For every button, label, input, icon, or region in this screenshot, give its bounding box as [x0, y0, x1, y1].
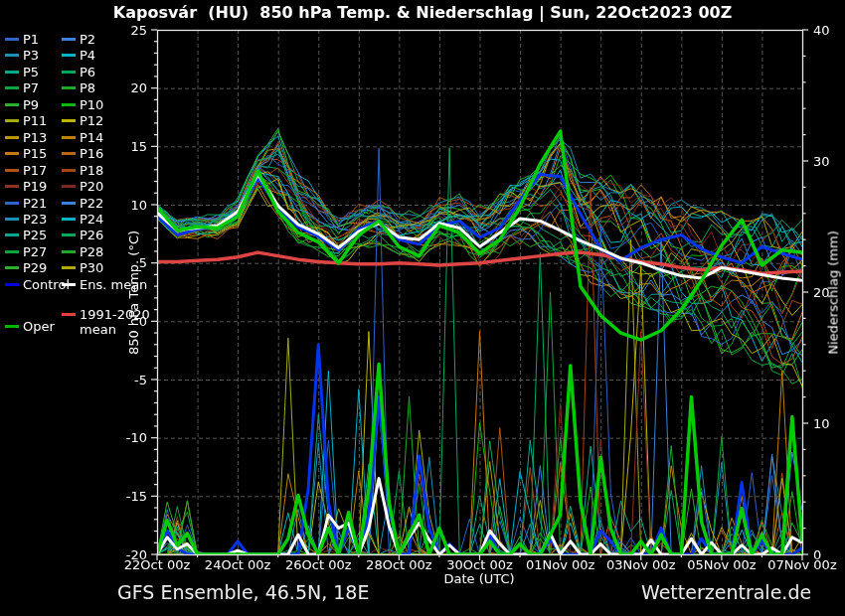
legend-swatch [5, 325, 19, 328]
y-axis-left-label: 850 hPa Temp. (°C) [126, 214, 141, 373]
legend-item-p12: P12 [62, 112, 103, 128]
legend-item-control: Control [5, 276, 70, 292]
legend-item-p26: P26 [62, 227, 103, 242]
legend-item-p27: P27 [5, 243, 47, 259]
legend-item-p29: P29 [5, 259, 47, 275]
legend-label: P12 [80, 113, 103, 128]
legend-swatch [5, 250, 19, 253]
legend-swatch [5, 169, 19, 172]
legend-label: P1 [23, 32, 39, 47]
legend-item-p23: P23 [5, 211, 47, 227]
legend-swatch [62, 136, 76, 139]
legend-swatch [5, 233, 19, 236]
legend-swatch [5, 86, 19, 89]
legend-item-p28: P28 [62, 243, 103, 259]
legend-label: P24 [80, 212, 103, 227]
legend-item-p3: P3 [5, 47, 39, 63]
legend-swatch [62, 152, 76, 155]
legend-swatch [5, 266, 19, 269]
legend-swatch [62, 103, 76, 106]
legend-item-p13: P13 [5, 129, 47, 145]
legend-label: P27 [23, 244, 47, 259]
legend-swatch [5, 38, 19, 41]
x-axis-label: Date (UTC) [405, 571, 554, 586]
legend-item-p30: P30 [62, 259, 103, 275]
legend-label: P25 [23, 228, 47, 242]
legend-label: Oper [23, 319, 55, 334]
legend-swatch [62, 185, 76, 188]
y-axis-right-label: Niederschlag (mm) [826, 214, 841, 373]
legend-label: P15 [23, 146, 47, 161]
legend-swatch [62, 233, 76, 236]
legend-swatch [62, 266, 76, 269]
legend-label: P14 [80, 130, 103, 145]
legend-item-p18: P18 [62, 162, 103, 178]
legend-item-p6: P6 [62, 64, 95, 79]
legend-item-p17: P17 [5, 162, 47, 178]
legend-label: P2 [80, 32, 95, 47]
legend-swatch [5, 54, 19, 57]
legend-swatch [62, 283, 76, 286]
legend-label: P4 [80, 48, 95, 63]
legend-swatch [5, 218, 19, 221]
legend-swatch [62, 54, 76, 57]
legend-label: P7 [23, 80, 39, 95]
legend-item-p19: P19 [5, 178, 47, 194]
footer-model-info: GFS Ensemble, 46.5N, 18E [117, 581, 369, 603]
legend-item-p2: P2 [62, 31, 95, 47]
legend-item-oper: Oper [5, 318, 55, 334]
legend-label: P5 [23, 65, 39, 79]
legend-label: P18 [80, 163, 103, 178]
legend-item-p7: P7 [5, 79, 39, 95]
legend-item-p8: P8 [62, 79, 95, 95]
meteogram-page: Kaposvár (HU) 850 hPa Temp. & Niederschl… [0, 0, 845, 616]
legend-label: P19 [23, 179, 47, 194]
legend-label: P9 [23, 97, 39, 112]
legend-swatch [5, 202, 19, 205]
legend-item-p9: P9 [5, 96, 39, 112]
legend-swatch [5, 103, 19, 106]
legend-item-p25: P25 [5, 227, 47, 242]
legend-swatch [5, 71, 19, 74]
legend-label: P26 [80, 228, 103, 242]
legend-item-p14: P14 [62, 129, 103, 145]
legend-item-p10: P10 [62, 96, 103, 112]
legend-label: P21 [23, 196, 47, 211]
legend-swatch [5, 185, 19, 188]
legend-item-p16: P16 [62, 145, 103, 161]
legend-swatch [62, 86, 76, 89]
legend-item-p20: P20 [62, 178, 103, 194]
legend-label: P29 [23, 260, 47, 275]
legend-swatch [62, 71, 76, 74]
legend-item-p21: P21 [5, 195, 47, 211]
legend-label: P13 [23, 130, 47, 145]
legend-item-p11: P11 [5, 112, 47, 128]
legend-swatch [62, 169, 76, 172]
legend-swatch [5, 283, 19, 286]
legend-label: P17 [23, 163, 47, 178]
legend-swatch [5, 136, 19, 139]
legend-label: P20 [80, 179, 103, 194]
legend-swatch [62, 313, 76, 316]
legend-swatch [62, 202, 76, 205]
legend-label: P22 [80, 196, 103, 211]
legend-swatch [5, 119, 19, 122]
legend-label: P8 [80, 80, 95, 95]
legend-item-p15: P15 [5, 145, 47, 161]
legend-label: P6 [80, 65, 95, 79]
legend-label: P23 [23, 212, 47, 227]
legend-swatch [62, 119, 76, 122]
legend-item-p4: P4 [62, 47, 95, 63]
legend-swatch [62, 250, 76, 253]
legend-label: P11 [23, 113, 47, 128]
legend-item-p22: P22 [62, 195, 103, 211]
legend-swatch [62, 218, 76, 221]
legend-label: P10 [80, 97, 103, 112]
legend-item-p5: P5 [5, 64, 39, 79]
legend-label: P16 [80, 146, 103, 161]
legend-label: P30 [80, 260, 103, 275]
legend-label: P28 [80, 244, 103, 259]
legend-swatch [62, 38, 76, 41]
legend-item-p24: P24 [62, 211, 103, 227]
footer-branding: Wetterzentrale.de [641, 581, 811, 603]
